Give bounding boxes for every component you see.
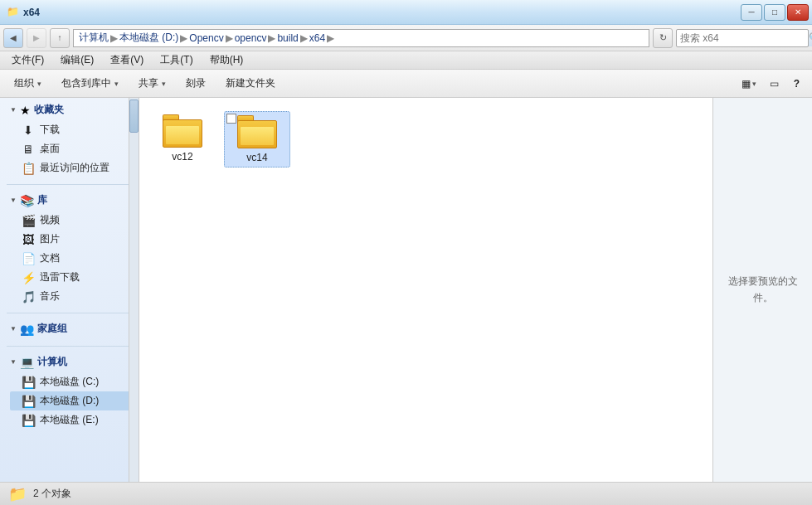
sidebar-item-video[interactable]: 🎬 视频 (10, 211, 135, 230)
pane-icon: ▭ (770, 78, 779, 90)
recent-icon: 📋 (22, 162, 35, 175)
path-opencv-cap[interactable]: Opencv (189, 32, 223, 44)
sidebar-item-music[interactable]: 🎵 音乐 (10, 287, 135, 306)
burn-button[interactable]: 刻录 (177, 72, 215, 95)
library-arrow: ▼ (10, 197, 17, 204)
path-drive-d[interactable]: 本地磁盘 (D:) (119, 31, 178, 45)
favorites-header[interactable]: ▼ ★ 收藏夹 (10, 103, 135, 117)
music-icon: 🎵 (22, 290, 35, 303)
include-library-button[interactable]: 包含到库中 ▾ (52, 72, 128, 95)
title-bar: 📁 x64 ─ □ ✕ (0, 0, 812, 25)
homegroup-arrow: ▼ (10, 325, 17, 333)
library-chevron: ▾ (114, 80, 119, 88)
sidebar-item-documents[interactable]: 📄 文档 (10, 249, 135, 268)
sidebar-scrollbar[interactable] (129, 98, 139, 482)
folder-vc12-label: vc12 (172, 151, 192, 163)
sidebar-item-drive-c[interactable]: 💾 本地磁盘 (C:) (10, 372, 135, 391)
drive-e-label: 本地磁盘 (E:) (40, 413, 99, 427)
divider-1 (7, 184, 132, 185)
music-label: 音乐 (40, 289, 60, 303)
close-button[interactable]: ✕ (787, 4, 809, 21)
preview-text: 选择要预览的文件。 (722, 274, 804, 305)
share-button[interactable]: 共享 ▾ (129, 72, 175, 95)
path-build[interactable]: build (277, 32, 298, 44)
computer-header[interactable]: ▼ 💻 计算机 (10, 355, 135, 369)
computer-title: 计算机 (37, 355, 67, 369)
sidebar-item-recent[interactable]: 📋 最近访问的位置 (10, 158, 135, 177)
menu-view[interactable]: 查看(V) (104, 51, 150, 69)
pictures-icon: 🖼 (22, 233, 35, 246)
folder-vc14-checkbox[interactable] (226, 114, 236, 124)
folder-vc12[interactable]: vc12 (149, 111, 216, 168)
folder-vc14[interactable]: vc14 (224, 111, 290, 168)
desktop-label: 桌面 (40, 142, 60, 156)
view-toggle-button[interactable]: ▦ ▾ (736, 72, 762, 95)
sidebar: ▼ ★ 收藏夹 ⬇ 下载 🖥 桌面 📋 最近访问的位置 ▼ 📚 (0, 98, 139, 482)
favorites-icon: ★ (20, 104, 31, 117)
organize-button[interactable]: 组织 ▾ (5, 72, 51, 95)
preview-pane-button[interactable]: ▭ (764, 72, 785, 95)
window-controls: ─ □ ✕ (741, 4, 809, 21)
menu-edit[interactable]: 编辑(E) (54, 51, 100, 69)
preview-panel: 选择要预览的文件。 (712, 98, 812, 482)
folder-vc14-icon (237, 115, 277, 148)
new-folder-button[interactable]: 新建文件夹 (216, 72, 284, 95)
downloads-icon: ⬇ (22, 124, 35, 137)
status-bar: 📁 2 个对象 (0, 482, 812, 505)
favorites-title: 收藏夹 (34, 103, 64, 117)
sidebar-section-library: ▼ 📚 库 🎬 视频 🖼 图片 📄 文档 ⚡ 迅雷下载 🎵 (0, 188, 139, 309)
menu-help[interactable]: 帮助(H) (203, 51, 250, 69)
forward-button[interactable]: ▶ (27, 28, 46, 48)
menu-file[interactable]: 文件(F) (5, 51, 51, 69)
share-chevron: ▾ (162, 80, 166, 88)
address-path[interactable]: 计算机 ▶ 本地磁盘 (D:) ▶ Opencv ▶ opencv ▶ buil… (73, 29, 649, 47)
drive-c-icon: 💾 (22, 376, 35, 389)
video-icon: 🎬 (22, 214, 35, 227)
library-title: 库 (37, 193, 47, 207)
downloads-label: 下载 (40, 123, 60, 137)
sidebar-section-homegroup: ▼ 👥 家庭组 (0, 317, 139, 342)
path-x64[interactable]: x64 (309, 32, 325, 44)
sidebar-section-favorites: ▼ ★ 收藏夹 ⬇ 下载 🖥 桌面 📋 最近访问的位置 (0, 98, 139, 181)
library-header[interactable]: ▼ 📚 库 (10, 193, 135, 207)
view-grid-icon: ▦ (741, 78, 751, 90)
sidebar-item-downloads[interactable]: ⬇ 下载 (10, 120, 135, 139)
scrollbar-thumb[interactable] (129, 100, 139, 133)
menu-tools[interactable]: 工具(T) (153, 51, 199, 69)
pictures-label: 图片 (40, 232, 60, 246)
divider-3 (7, 346, 132, 347)
path-opencv[interactable]: opencv (235, 32, 267, 44)
sidebar-item-desktop[interactable]: 🖥 桌面 (10, 139, 135, 158)
sidebar-item-pictures[interactable]: 🖼 图片 (10, 230, 135, 249)
path-computer[interactable]: 计算机 (79, 31, 109, 45)
title-bar-left: 📁 x64 (7, 6, 40, 19)
sidebar-item-drive-d[interactable]: 💾 本地磁盘 (D:) (10, 391, 135, 410)
status-icon: 📁 (8, 485, 27, 503)
sidebar-item-drive-e[interactable]: 💾 本地磁盘 (E:) (10, 410, 135, 430)
window-title: x64 (23, 7, 40, 18)
sidebar-section-computer: ▼ 💻 计算机 💾 本地磁盘 (C:) 💾 本地磁盘 (D:) 💾 本地磁盘 (… (0, 350, 139, 433)
sidebar-item-thunder[interactable]: ⚡ 迅雷下载 (10, 268, 135, 287)
up-button[interactable]: ↑ (50, 28, 70, 48)
search-input[interactable] (677, 32, 808, 44)
back-button[interactable]: ◀ (3, 28, 23, 48)
minimize-button[interactable]: ─ (741, 4, 762, 21)
folder-vc14-label: vc14 (246, 152, 267, 163)
folder-vc12-icon (163, 114, 202, 148)
maximize-button[interactable]: □ (764, 4, 785, 21)
thunder-icon: ⚡ (22, 271, 35, 284)
homegroup-header[interactable]: ▼ 👥 家庭组 (10, 322, 135, 336)
computer-icon: 💻 (20, 356, 34, 369)
search-box: 🔍 (676, 29, 809, 47)
main-area: ▼ ★ 收藏夹 ⬇ 下载 🖥 桌面 📋 最近访问的位置 ▼ 📚 (0, 98, 812, 482)
drive-d-label: 本地磁盘 (D:) (40, 394, 99, 408)
refresh-button[interactable]: ↻ (653, 28, 673, 48)
thunder-label: 迅雷下载 (40, 270, 80, 284)
help-button[interactable]: ? (786, 72, 807, 95)
status-text: 2 个对象 (33, 487, 71, 501)
window-icon: 📁 (7, 6, 20, 19)
address-bar: ◀ ▶ ↑ 计算机 ▶ 本地磁盘 (D:) ▶ Opencv ▶ opencv … (0, 25, 812, 51)
search-button[interactable]: 🔍 (808, 30, 812, 46)
video-label: 视频 (40, 213, 60, 227)
documents-label: 文档 (40, 251, 60, 265)
